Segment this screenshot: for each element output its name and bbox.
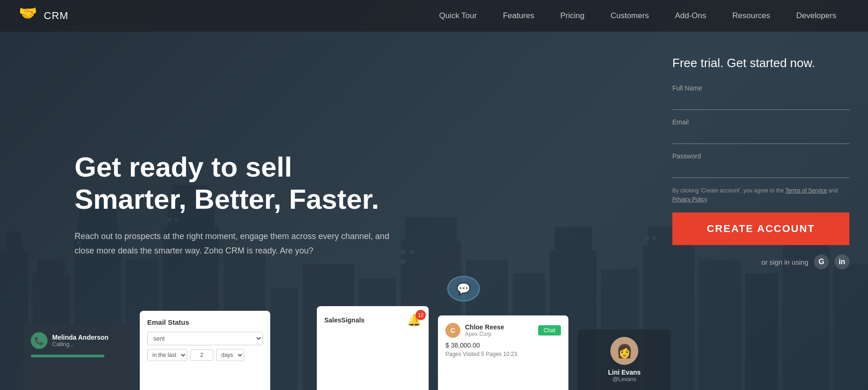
navbar: 🤝 CRM Quick Tour Features Pricing Custom… bbox=[0, 0, 868, 32]
nav-customers[interactable]: Customers bbox=[597, 0, 662, 32]
signals-title: SalesSignals bbox=[324, 316, 364, 324]
hero-headline: Get ready to sell Smarter, Better, Faste… bbox=[75, 151, 626, 215]
email-status-select[interactable]: sent bbox=[147, 332, 263, 345]
hero-section: 🤝 CRM Quick Tour Features Pricing Custom… bbox=[0, 0, 868, 390]
person-name: Lini Evans bbox=[608, 369, 641, 376]
password-label: Password bbox=[672, 152, 849, 160]
nav-pricing[interactable]: Pricing bbox=[547, 0, 597, 32]
phone-icon: 📞 bbox=[34, 336, 44, 345]
call-status: Calling... bbox=[52, 341, 109, 348]
signals-widget: SalesSignals 🔔 12 bbox=[317, 306, 429, 390]
signals-header: SalesSignals 🔔 12 bbox=[324, 314, 421, 327]
call-widget: 📞 Melinda Anderson Calling... bbox=[23, 325, 130, 390]
bottom-widgets: 📞 Melinda Anderson Calling... Email Stat… bbox=[0, 297, 868, 390]
password-input[interactable] bbox=[672, 162, 849, 178]
terms-of-service-link[interactable]: Terms of Service bbox=[786, 187, 827, 194]
chat-person-info: Chloe Reese Apex Corp bbox=[465, 323, 504, 337]
chat-deal-amount: $ 38,000.00 bbox=[445, 342, 561, 349]
call-header: 📞 Melinda Anderson Calling... bbox=[31, 332, 123, 349]
nav-links: Quick Tour Features Pricing Customers Ad… bbox=[426, 0, 849, 32]
terms-prefix: By clicking 'Create account', you agree … bbox=[672, 187, 786, 194]
chat-header: C Chloe Reese Apex Corp Chat bbox=[445, 323, 561, 338]
privacy-policy-link[interactable]: Privacy Policy bbox=[672, 196, 707, 203]
email-label: Email bbox=[672, 118, 849, 126]
create-account-button[interactable]: CREATE ACCOUNT bbox=[672, 212, 849, 245]
signals-bell-area: 🔔 12 bbox=[407, 314, 421, 327]
nav-features[interactable]: Features bbox=[490, 0, 547, 32]
call-progress-bar bbox=[31, 355, 104, 357]
logo-area: 🤝 CRM bbox=[19, 6, 68, 26]
call-avatar: 📞 bbox=[31, 332, 48, 349]
chat-company: Apex Corp bbox=[465, 331, 504, 337]
full-name-label: Full Name bbox=[672, 84, 849, 92]
signup-form: Free trial. Get started now. Full Name E… bbox=[672, 56, 849, 269]
logo-icon: 🤝 bbox=[19, 6, 39, 26]
person-avatar: 👩 bbox=[610, 337, 638, 365]
caller-name: Melinda Anderson bbox=[52, 334, 109, 341]
email-group: Email bbox=[672, 118, 849, 144]
signals-badge: 12 bbox=[416, 310, 426, 320]
password-group: Password bbox=[672, 152, 849, 178]
days-input[interactable] bbox=[190, 349, 213, 361]
hero-headline-line2: Smarter, Better, Faster. bbox=[75, 184, 379, 215]
chat-avatar: C bbox=[445, 323, 460, 338]
terms-text: By clicking 'Create account', you agree … bbox=[672, 186, 849, 204]
call-info: Melinda Anderson Calling... bbox=[52, 334, 109, 348]
google-signin-button[interactable]: G bbox=[814, 254, 829, 269]
email-period-row: in the last days bbox=[147, 349, 263, 361]
chat-time: 10:23 bbox=[503, 351, 517, 357]
chat-pages-visited: Pages Visited 5 Pages 10:23 bbox=[445, 351, 561, 357]
days-unit-select[interactable]: days bbox=[216, 349, 244, 361]
person-widget: 👩 Lini Evans @Levans bbox=[578, 329, 671, 390]
full-name-input[interactable] bbox=[672, 94, 849, 110]
email-widget-title: Email Status bbox=[147, 318, 263, 326]
nav-developers[interactable]: Developers bbox=[783, 0, 849, 32]
terms-and: and bbox=[827, 187, 838, 194]
person-handle: @Levans bbox=[613, 376, 636, 383]
signin-text: or sign in using bbox=[761, 258, 808, 266]
nav-add-ons[interactable]: Add-Ons bbox=[662, 0, 719, 32]
nav-quick-tour[interactable]: Quick Tour bbox=[426, 0, 490, 32]
chat-person-name: Chloe Reese bbox=[465, 323, 504, 331]
pages-label: Pages Visited bbox=[445, 351, 479, 357]
hero-subtext: Reach out to prospects at the right mome… bbox=[75, 229, 401, 258]
logo-text: CRM bbox=[44, 10, 68, 22]
form-title: Free trial. Get started now. bbox=[672, 56, 849, 70]
pages-value: 5 Pages bbox=[481, 351, 502, 357]
nav-resources[interactable]: Resources bbox=[719, 0, 783, 32]
hero-headline-line1: Get ready to sell bbox=[75, 151, 292, 183]
email-input[interactable] bbox=[672, 128, 849, 144]
email-status-widget: Email Status sent in the last days bbox=[140, 311, 270, 390]
linkedin-signin-button[interactable]: in bbox=[834, 254, 849, 269]
period-select[interactable]: in the last bbox=[147, 349, 187, 361]
chat-button[interactable]: Chat bbox=[538, 325, 561, 335]
chat-widget: C Chloe Reese Apex Corp Chat $ 38,000.00… bbox=[438, 315, 568, 390]
full-name-group: Full Name bbox=[672, 84, 849, 110]
signin-area: or sign in using G in bbox=[672, 254, 849, 269]
